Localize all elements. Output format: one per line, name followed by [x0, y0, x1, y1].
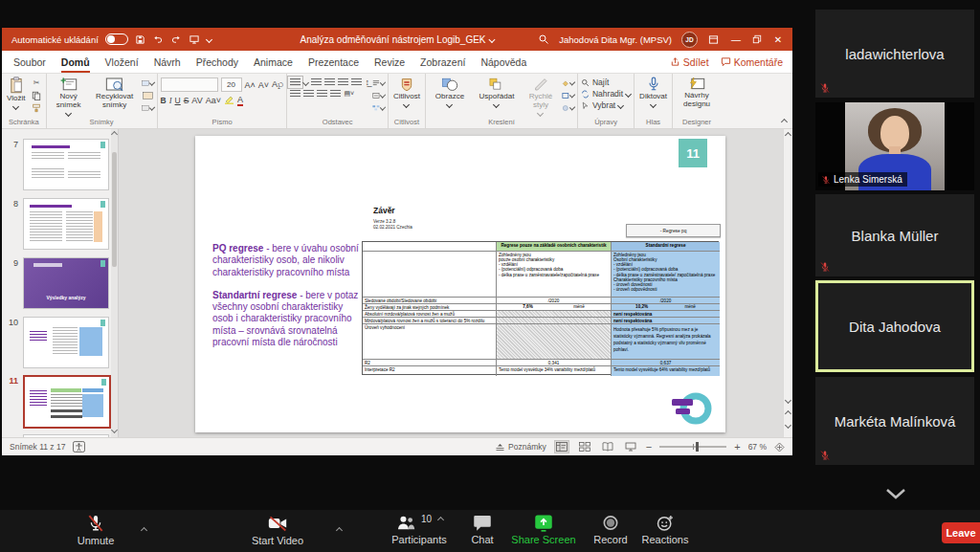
participant-tile-dita-jahodova-active-speaker[interactable]: Dita Jahodova [815, 280, 974, 372]
slide-left-text[interactable]: PQ regrese - bere v úvahu osobní charakt… [212, 243, 361, 360]
design-ideas-button[interactable]: Návrhy designu [676, 76, 718, 110]
text-align-vertical-icon[interactable] [372, 77, 385, 88]
reset-slide-icon[interactable] [142, 90, 154, 100]
tab-prezentace[interactable]: Prezentace [301, 51, 367, 73]
video-options-chevron[interactable] [337, 519, 342, 537]
regrese-pq-button[interactable]: - Regrese pq [626, 224, 721, 237]
cut-icon[interactable]: ✂ [31, 77, 43, 88]
align-left-icon[interactable] [290, 90, 301, 98]
slide-sorter-view-icon[interactable] [577, 440, 592, 453]
zoom-out-button[interactable]: − [646, 441, 652, 453]
change-case-icon[interactable]: Aa˅ [206, 96, 221, 105]
current-slide-canvas[interactable]: 11 PQ regrese - bere v úvahu osobní char… [195, 136, 725, 432]
next-slide-icon[interactable] [785, 422, 791, 429]
slideshow-view-icon[interactable] [623, 440, 638, 453]
increase-indent-icon[interactable] [338, 78, 348, 86]
ribbon-display-options-icon[interactable] [707, 34, 720, 45]
search-icon[interactable] [538, 33, 549, 45]
editor-scrollbar[interactable] [783, 129, 792, 437]
dictate-button[interactable]: Diktovat [637, 76, 669, 108]
shape-outline-icon[interactable] [562, 90, 574, 100]
participant-tile-ladawichterlova[interactable]: ladawichterlova [815, 10, 974, 98]
fit-to-window-icon[interactable] [774, 442, 785, 453]
save-icon[interactable] [135, 34, 145, 45]
tab-prechody[interactable]: Přechody [189, 51, 246, 73]
tab-navrh[interactable]: Návrh [146, 51, 189, 73]
quick-styles-button[interactable]: Rychlé styly [523, 76, 559, 117]
highlight-color-icon[interactable] [224, 95, 234, 106]
thumbnail-scroll-up-icon[interactable] [111, 131, 118, 138]
convert-to-smartart-icon[interactable] [372, 102, 385, 113]
underline-button[interactable]: U [175, 96, 181, 105]
line-spacing-icon[interactable] [351, 78, 362, 86]
share-button[interactable]: Sdílet [670, 56, 709, 68]
participant-tile-blanka-muller[interactable]: Blanka Müller [815, 194, 974, 276]
sensitivity-button[interactable]: Citlivost [391, 76, 422, 108]
paste-button[interactable]: Vložit [5, 76, 28, 110]
participant-tile-marketa-malinkova[interactable]: Markéta Malínková [815, 377, 974, 465]
italic-button[interactable]: I [169, 96, 172, 105]
decrease-font-icon[interactable]: A˅ [258, 80, 269, 90]
arrange-button[interactable]: Uspořádat [474, 76, 520, 108]
close-button[interactable]: ✕ [771, 34, 785, 45]
participants-button[interactable]: 10 Participants [375, 514, 463, 545]
normal-view-icon[interactable] [554, 440, 569, 453]
comments-button[interactable]: Komentáře [721, 56, 783, 68]
slide-thumbnail-10[interactable]: 10 [6, 317, 109, 368]
reading-view-icon[interactable] [600, 440, 615, 453]
tab-animace[interactable]: Animace [246, 51, 301, 73]
text-direction-icon[interactable]: ↕̲ [365, 77, 369, 87]
slide-thumbnail-7[interactable]: 7 [6, 139, 109, 190]
unmute-button[interactable]: Unmute [53, 514, 139, 546]
new-slide-button[interactable]: Nový snímek [50, 76, 88, 117]
replace-button[interactable]: Nahradit [581, 89, 631, 99]
thumbnail-scroll-down-icon[interactable] [111, 427, 118, 433]
start-presentation-icon[interactable] [189, 34, 200, 45]
thumbnail-scrollbar[interactable] [111, 129, 118, 437]
zoom-level[interactable]: 67 % [748, 442, 767, 452]
tab-soubor[interactable]: Soubor [6, 51, 54, 73]
mic-options-chevron[interactable] [142, 519, 146, 537]
record-button[interactable]: Record [584, 514, 637, 545]
reuse-slides-button[interactable]: Recyklovat snímky [91, 76, 139, 111]
notes-button[interactable]: Poznámky [495, 442, 546, 452]
slide-thumbnail-8[interactable]: 8 [6, 198, 109, 250]
section-icon[interactable] [142, 102, 154, 113]
justify-icon[interactable] [330, 90, 341, 98]
tab-napoveda[interactable]: Nápověda [473, 51, 534, 73]
bold-button[interactable]: B [161, 96, 167, 105]
zoom-slider[interactable] [659, 446, 726, 448]
increase-font-icon[interactable]: A˄ [245, 80, 256, 90]
shape-fill-icon[interactable] [562, 77, 574, 88]
undo-icon[interactable] [152, 34, 164, 45]
participant-tile-lenka-simerska[interactable]: Lenka Simerská [815, 102, 974, 190]
clear-formatting-icon[interactable]: A𝚙 [272, 79, 283, 90]
strikethrough-button[interactable]: S [184, 96, 189, 105]
redo-icon[interactable] [170, 34, 182, 45]
zoom-in-button[interactable]: + [734, 441, 740, 453]
slide-thumbnail-11-selected[interactable]: 11 [6, 375, 111, 429]
slide-thumbnail-12[interactable] [6, 434, 109, 437]
slide-thumbnail-9[interactable]: 9 Výsledky analýzy [6, 257, 109, 309]
align-text-icon[interactable] [372, 90, 385, 100]
character-spacing-icon[interactable]: AV [191, 96, 202, 105]
account-name[interactable]: Jahodová Dita Mgr. (MPSV) [559, 34, 672, 45]
restore-button[interactable] [752, 34, 762, 44]
collapse-ribbon-icon[interactable] [781, 119, 788, 125]
columns-icon[interactable]: ▤˅ [344, 90, 354, 98]
tab-domu[interactable]: Domů [54, 51, 98, 73]
collapse-participants-chevron[interactable] [877, 484, 915, 503]
previous-slide-icon[interactable] [785, 410, 791, 417]
scroll-up-icon[interactable] [785, 132, 791, 139]
participants-options-chevron[interactable] [437, 517, 444, 523]
shape-effects-icon[interactable] [562, 102, 574, 113]
quick-access-dropdown-icon[interactable] [206, 35, 212, 42]
align-right-icon[interactable] [317, 90, 327, 98]
leave-button[interactable]: Leave [942, 522, 980, 543]
select-button[interactable]: Vybrat [581, 100, 631, 110]
bullets-icon[interactable] [290, 78, 301, 86]
tab-revize[interactable]: Revize [367, 51, 412, 73]
font-size-input[interactable]: 20 [221, 77, 242, 92]
document-title[interactable]: Analýza odměňování nástrojem Logib_GEK [300, 28, 494, 51]
autosave-toggle[interactable] [105, 33, 128, 45]
